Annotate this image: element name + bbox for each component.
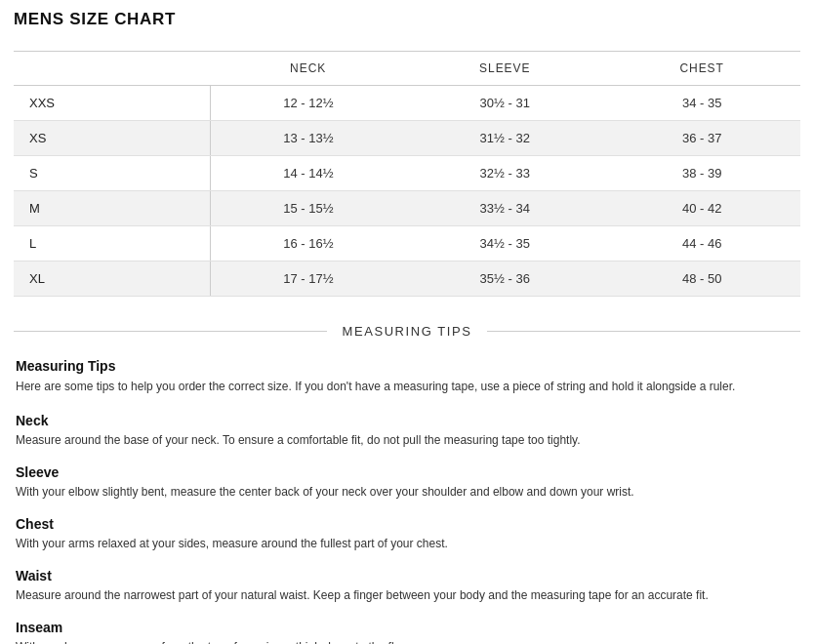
cell-sleeve: 34½ - 35 — [406, 226, 603, 262]
size-chart-table: NECK SLEEVE CHEST XXS12 - 12½30½ - 3134 … — [14, 51, 800, 297]
table-row: L16 - 16½34½ - 3544 - 46 — [14, 226, 800, 262]
tip-title: Sleeve — [16, 464, 798, 480]
cell-chest: 48 - 50 — [603, 262, 800, 297]
tips-list: NeckMeasure around the base of your neck… — [16, 413, 798, 644]
tip-item: InseamWith no shoes on, measure from the… — [16, 620, 798, 644]
tip-title: Inseam — [16, 620, 798, 635]
tip-desc: Measure around the base of your neck. To… — [16, 431, 798, 449]
tip-item: WaistMeasure around the narrowest part o… — [16, 568, 798, 604]
cell-sleeve: 35½ - 36 — [406, 262, 603, 297]
tip-title: Neck — [16, 413, 798, 428]
divider-line-left — [14, 331, 327, 332]
divider-label: MEASURING TIPS — [327, 324, 488, 339]
table-row: S14 - 14½32½ - 3338 - 39 — [14, 156, 800, 191]
table-row: XL17 - 17½35½ - 3648 - 50 — [14, 262, 800, 297]
cell-size: XL — [14, 262, 210, 297]
tip-item: NeckMeasure around the base of your neck… — [16, 413, 798, 449]
col-header-neck: NECK — [210, 52, 406, 86]
cell-sleeve: 32½ - 33 — [406, 156, 603, 191]
divider-line-right — [487, 331, 800, 332]
cell-neck: 12 - 12½ — [210, 86, 406, 121]
tips-heading: Measuring Tips — [16, 358, 798, 374]
cell-chest: 38 - 39 — [603, 156, 800, 191]
cell-size: XS — [14, 121, 210, 156]
cell-chest: 36 - 37 — [603, 121, 800, 156]
cell-chest: 34 - 35 — [603, 86, 800, 121]
tip-desc: With your arms relaxed at your sides, me… — [16, 535, 798, 552]
tip-item: SleeveWith your elbow slightly bent, mea… — [16, 464, 798, 501]
measuring-tips-divider: MEASURING TIPS — [14, 324, 800, 339]
tip-desc: With no shoes on, measure from the top o… — [16, 638, 798, 644]
measuring-tips-section: Measuring Tips Here are some tips to hel… — [14, 358, 800, 644]
cell-neck: 16 - 16½ — [210, 226, 406, 262]
col-header-chest: CHEST — [603, 52, 800, 86]
col-header-sleeve: SLEEVE — [406, 52, 603, 86]
cell-chest: 40 - 42 — [603, 191, 800, 226]
page-title: MENS SIZE CHART — [14, 10, 800, 29]
table-row: XS13 - 13½31½ - 3236 - 37 — [14, 121, 800, 156]
cell-size: M — [14, 191, 210, 226]
table-row: XXS12 - 12½30½ - 3134 - 35 — [14, 86, 800, 121]
cell-neck: 13 - 13½ — [210, 121, 406, 156]
tip-desc: Measure around the narrowest part of you… — [16, 586, 798, 604]
cell-size: S — [14, 156, 210, 191]
tips-intro: Here are some tips to help you order the… — [16, 378, 798, 395]
tip-desc: With your elbow slightly bent, measure t… — [16, 483, 798, 501]
table-row: M15 - 15½33½ - 3440 - 42 — [14, 191, 800, 226]
tip-title: Chest — [16, 516, 798, 532]
cell-neck: 14 - 14½ — [210, 156, 406, 191]
cell-size: L — [14, 226, 210, 262]
col-header-size — [14, 52, 210, 86]
cell-sleeve: 31½ - 32 — [406, 121, 603, 156]
cell-chest: 44 - 46 — [603, 226, 800, 262]
cell-sleeve: 33½ - 34 — [406, 191, 603, 226]
tip-title: Waist — [16, 568, 798, 584]
cell-neck: 15 - 15½ — [210, 191, 406, 226]
cell-size: XXS — [14, 86, 210, 121]
cell-sleeve: 30½ - 31 — [406, 86, 603, 121]
cell-neck: 17 - 17½ — [210, 262, 406, 297]
tip-item: ChestWith your arms relaxed at your side… — [16, 516, 798, 552]
